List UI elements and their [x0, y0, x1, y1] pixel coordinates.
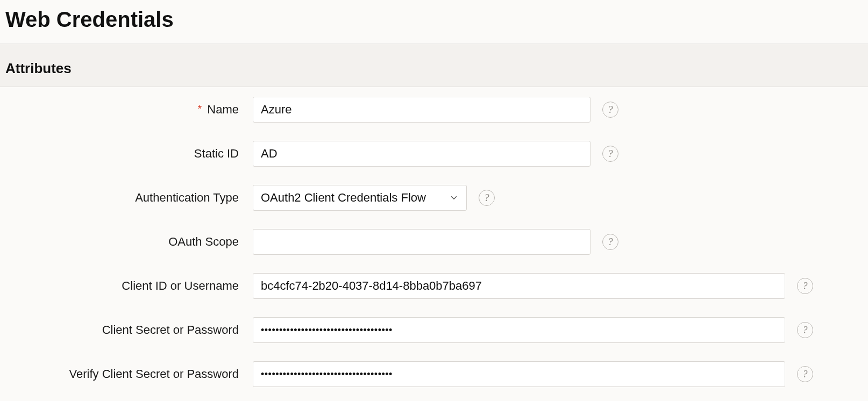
label-client-secret: Client Secret or Password: [0, 323, 253, 337]
auth-type-value: OAuth2 Client Credentials Flow: [261, 191, 426, 205]
row-client-secret: Client Secret or Password ?: [0, 317, 868, 343]
row-name: * Name ?: [0, 97, 868, 123]
help-icon-verify-client-secret[interactable]: ?: [797, 366, 813, 382]
oauth-scope-input[interactable]: [253, 229, 590, 255]
label-name: * Name: [0, 103, 253, 117]
question-icon: ?: [608, 105, 613, 114]
question-icon: ?: [803, 369, 808, 379]
label-verify-client-secret: Verify Client Secret or Password: [0, 367, 253, 381]
static-id-input[interactable]: [253, 141, 590, 167]
question-icon: ?: [803, 325, 808, 335]
row-client-id: Client ID or Username ?: [0, 273, 868, 299]
label-static-id: Static ID: [0, 147, 253, 161]
chevron-down-icon: [449, 193, 459, 203]
row-oauth-scope: OAuth Scope ?: [0, 229, 868, 255]
question-icon: ?: [803, 281, 808, 291]
page-title: Web Credentials: [0, 0, 868, 44]
client-id-input[interactable]: [253, 273, 785, 299]
verify-client-secret-input[interactable]: [253, 361, 785, 387]
label-oauth-scope: OAuth Scope: [0, 235, 253, 249]
help-icon-client-id[interactable]: ?: [797, 278, 813, 294]
question-icon: ?: [485, 193, 489, 203]
section-title-attributes: Attributes: [0, 44, 868, 87]
row-auth-type: Authentication Type OAuth2 Client Creden…: [0, 185, 868, 211]
help-icon-auth-type[interactable]: ?: [479, 190, 495, 206]
row-verify-client-secret: Verify Client Secret or Password ?: [0, 361, 868, 387]
name-input[interactable]: [253, 97, 590, 123]
help-icon-oauth-scope[interactable]: ?: [602, 234, 618, 250]
row-static-id: Static ID ?: [0, 141, 868, 167]
question-icon: ?: [608, 149, 613, 159]
attributes-form: * Name ? Static ID ? Authentication Type…: [0, 87, 868, 387]
required-marker: *: [197, 103, 202, 114]
label-name-text: Name: [207, 103, 239, 116]
label-client-id: Client ID or Username: [0, 279, 253, 293]
auth-type-select[interactable]: OAuth2 Client Credentials Flow: [253, 185, 467, 211]
label-auth-type: Authentication Type: [0, 191, 253, 205]
question-icon: ?: [608, 237, 613, 247]
help-icon-client-secret[interactable]: ?: [797, 322, 813, 338]
help-icon-name[interactable]: ?: [602, 102, 618, 118]
client-secret-input[interactable]: [253, 317, 785, 343]
help-icon-static-id[interactable]: ?: [602, 146, 618, 162]
